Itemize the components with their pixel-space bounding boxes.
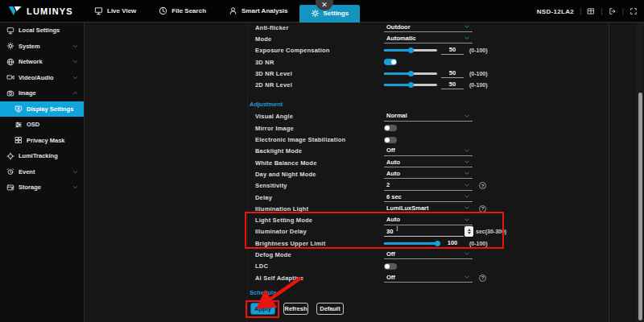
- sidebar-item-display-settings[interactable]: Display Settings: [0, 101, 84, 118]
- grid-icon[interactable]: [587, 7, 595, 15]
- setting-control: Auto: [384, 169, 473, 179]
- slider-track[interactable]: [384, 242, 437, 245]
- toggle-mirror-image[interactable]: [384, 125, 397, 131]
- slider-thumb[interactable]: [408, 82, 414, 88]
- toggle-3d-nr[interactable]: [384, 59, 397, 65]
- dropdown-mode[interactable]: Automatic: [384, 34, 473, 43]
- dropdown-anti-flicker[interactable]: Outdoor: [384, 23, 473, 32]
- dropdown-white-balance-mode[interactable]: Auto: [384, 158, 473, 167]
- dropdown-value: Outdoor: [386, 23, 411, 31]
- sidebar-item-system[interactable]: System: [0, 39, 84, 55]
- slider-value-input[interactable]: 50: [441, 69, 464, 78]
- sidebar-item-label: Network: [19, 58, 43, 65]
- sidebar-item-label: Display Settings: [27, 105, 73, 113]
- toggle-electronic-image-stabilization[interactable]: [384, 137, 397, 143]
- setting-control: 100(0-100): [384, 239, 488, 248]
- scrollbar-thumb[interactable]: [638, 93, 642, 320]
- setting-control: 6 sec: [384, 192, 473, 202]
- setting-label: Mode: [255, 35, 384, 43]
- sidebar-item-lumitracking[interactable]: LumiTracking: [0, 148, 84, 164]
- tab-file-search[interactable]: File Search: [147, 0, 217, 23]
- help-icon[interactable]: ?: [479, 275, 486, 282]
- dropdown-ai-self-adaptive[interactable]: Off: [384, 273, 473, 283]
- setting-row-defog-mode: Defog ModeOff: [255, 249, 609, 260]
- dropdown-visual-angle[interactable]: Normal: [384, 112, 473, 122]
- tab-smart-analysis[interactable]: Smart Analysis: [217, 0, 299, 23]
- setting-control: Normal: [384, 112, 473, 122]
- setting-row-day-and-night-mode: Day and Night ModeAuto: [255, 168, 609, 180]
- tab-label: File Search: [171, 7, 206, 14]
- fullscreen-icon[interactable]: [630, 7, 638, 15]
- sidebar-item-label: Local Settings: [19, 27, 60, 34]
- chevron-down-icon: [464, 250, 470, 257]
- dropdown-defog-mode[interactable]: Off: [384, 250, 473, 259]
- dropdown-value: Auto: [386, 170, 400, 177]
- dropdown-delay[interactable]: 6 sec: [384, 192, 473, 202]
- sidebar-item-video-audio[interactable]: Video/Audio: [0, 70, 84, 86]
- logout-icon[interactable]: [609, 7, 617, 15]
- setting-control: Auto: [384, 158, 473, 167]
- dropdown-day-and-night-mode[interactable]: Auto: [384, 169, 473, 179]
- chevron-down-icon: [464, 147, 470, 154]
- sidebar-item-label: LumiTracking: [19, 152, 58, 159]
- gear-icon: [311, 9, 320, 18]
- slider-fill: [384, 49, 411, 52]
- spinner-stepper[interactable]: [464, 226, 473, 237]
- sliders-icon: [14, 121, 23, 129]
- chevron-down-icon: [464, 204, 470, 211]
- slider-track[interactable]: [384, 49, 437, 52]
- apply-button[interactable]: Apply: [250, 303, 275, 315]
- slider-track[interactable]: [384, 72, 437, 75]
- tab-label: Smart Analysis: [242, 7, 288, 14]
- slider-value-input[interactable]: 100: [441, 239, 464, 248]
- setting-label: 3D NR Level: [255, 70, 384, 77]
- tab-live-view[interactable]: Live View: [83, 0, 147, 23]
- setting-label: Backlight Mode: [255, 147, 384, 155]
- schedule-link[interactable]: Schedule: [250, 289, 276, 296]
- setting-control: Automatic: [384, 34, 473, 43]
- refresh-button[interactable]: Refresh: [283, 303, 308, 315]
- toggle-knob: [385, 138, 390, 142]
- chevron-down-icon: [464, 23, 470, 30]
- setting-label: LDC: [255, 262, 384, 270]
- toggle-ldc[interactable]: [384, 263, 397, 270]
- slider-value-input[interactable]: 50: [441, 46, 464, 55]
- dropdown-light-setting-mode[interactable]: Auto: [384, 216, 473, 225]
- sidebar-item-privacy-mask[interactable]: Privacy Mask: [0, 133, 84, 149]
- dropdown-illumination-light[interactable]: LumiLuxSmart: [384, 204, 473, 213]
- setting-row-delay: Delay6 sec: [255, 192, 609, 203]
- slider-value-input[interactable]: 50: [441, 80, 464, 89]
- slider-thumb[interactable]: [408, 47, 414, 53]
- sidebar-item-osd[interactable]: OSD: [0, 117, 84, 133]
- sidebar-item-storage[interactable]: Storage: [0, 180, 84, 196]
- dropdown-value: Off: [386, 147, 395, 154]
- default-button[interactable]: Default: [316, 303, 344, 315]
- scrollbar[interactable]: [637, 23, 643, 322]
- spin-down-icon[interactable]: [468, 232, 471, 234]
- section-header: Adjustment: [255, 91, 609, 111]
- chevron-down-icon: [464, 182, 470, 188]
- slider-thumb[interactable]: [408, 71, 414, 76]
- sidebar-item-network[interactable]: Network: [0, 54, 84, 70]
- spin-up-icon[interactable]: [468, 229, 471, 231]
- sidebar-item-image[interactable]: Image: [0, 85, 84, 101]
- help-icon[interactable]: ?: [479, 182, 486, 189]
- sidebar-item-event[interactable]: Event: [0, 164, 84, 180]
- setting-control: Off: [384, 250, 473, 259]
- bell-icon: [6, 167, 14, 175]
- sidebar-item-local-settings[interactable]: Local Settings: [0, 23, 84, 39]
- sidebar-nav: Local SettingsSystemNetworkVideo/AudioIm…: [0, 23, 85, 322]
- slider-track[interactable]: [384, 84, 437, 86]
- dropdown-backlight-mode[interactable]: Off: [384, 147, 473, 156]
- range-label: (0-100): [469, 241, 488, 246]
- divider: |: [622, 7, 624, 15]
- slider-thumb[interactable]: [435, 241, 440, 246]
- chevron-down-icon: [464, 274, 470, 280]
- help-icon[interactable]: ?: [479, 205, 486, 213]
- logo-text: LUMINYS: [27, 6, 73, 16]
- toggle-knob: [385, 264, 390, 269]
- setting-control: Off: [384, 147, 473, 156]
- setting-control: Off?: [384, 273, 486, 283]
- setting-label: Defog Mode: [255, 251, 384, 258]
- dropdown-sensitivity[interactable]: 2: [384, 181, 473, 191]
